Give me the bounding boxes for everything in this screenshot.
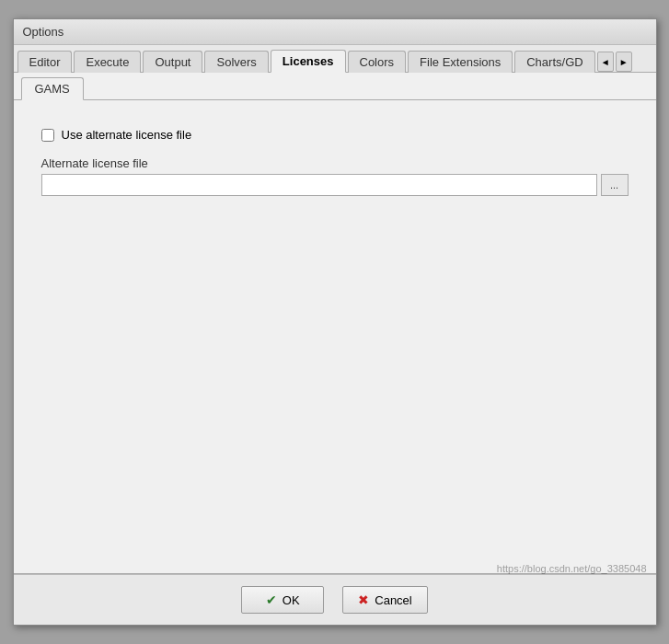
alternate-license-label: Use alternate license file — [62, 128, 192, 142]
button-bar: ✔ OK ✖ Cancel — [14, 574, 656, 625]
cancel-button[interactable]: ✖ Cancel — [342, 586, 427, 614]
tab-execute[interactable]: Execute — [74, 51, 141, 73]
file-input-row: ... — [41, 174, 629, 196]
ok-label: OK — [283, 593, 300, 607]
title-bar: Options — [14, 19, 656, 45]
ok-button[interactable]: ✔ OK — [241, 586, 324, 614]
tab-file-extensions[interactable]: File Extensions — [408, 51, 513, 73]
browse-button[interactable]: ... — [601, 174, 629, 196]
tab-charts[interactable]: Charts/GD — [514, 51, 594, 73]
tab-output[interactable]: Output — [143, 51, 202, 73]
main-tab-bar: Editor Execute Output Solvers Licenses C… — [14, 45, 656, 73]
cancel-label: Cancel — [375, 593, 411, 607]
options-dialog: Options Editor Execute Output Solvers Li… — [13, 18, 657, 626]
tab-editor[interactable]: Editor — [17, 51, 73, 73]
tab-nav-prev[interactable]: ◄ — [597, 52, 614, 72]
license-file-input[interactable] — [41, 174, 597, 196]
cancel-icon: ✖ — [358, 592, 369, 607]
tab-nav-next[interactable]: ► — [616, 52, 632, 72]
tab-licenses[interactable]: Licenses — [271, 50, 346, 73]
sub-tab-bar: GAMS — [14, 73, 656, 100]
alternate-license-checkbox[interactable] — [41, 129, 54, 142]
tab-solvers[interactable]: Solvers — [204, 51, 268, 73]
field-label: Alternate license file — [41, 156, 629, 170]
alternate-license-field-group: Alternate license file ... — [41, 156, 629, 196]
ok-icon: ✔ — [266, 592, 277, 607]
content-area: Use alternate license file Alternate lic… — [14, 100, 656, 574]
dialog-title: Options — [23, 25, 64, 39]
alternate-license-checkbox-row: Use alternate license file — [41, 128, 629, 142]
tab-colors[interactable]: Colors — [348, 51, 407, 73]
sub-tab-gams[interactable]: GAMS — [21, 77, 84, 100]
